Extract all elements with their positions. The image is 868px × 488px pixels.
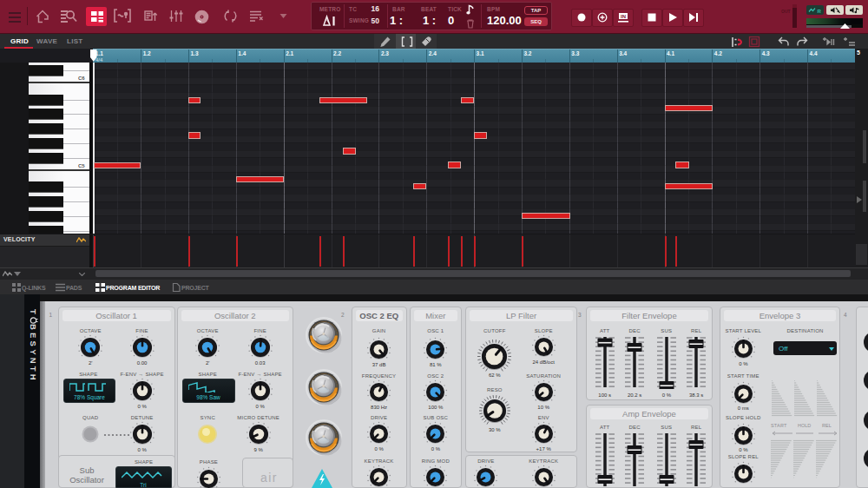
svg-text:IN: IN [621, 14, 626, 19]
svg-text:R: R [818, 9, 822, 14]
